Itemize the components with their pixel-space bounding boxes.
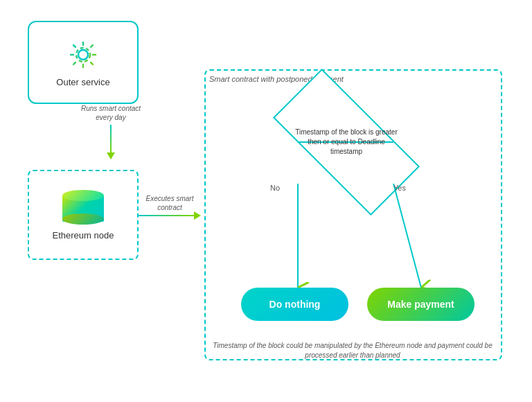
label-yes: Yes	[393, 184, 406, 192]
arrow-yes: Yes	[393, 184, 406, 193]
smart-contract-footer: Timestamp of the block could be manipula…	[209, 341, 496, 360]
executes-label: Executes smart contract	[135, 194, 204, 212]
arrow-line-v-outer	[110, 125, 112, 152]
db-top	[62, 190, 104, 201]
label-no: No	[270, 184, 280, 192]
arrow-line-h	[139, 215, 194, 216]
svg-point-0	[78, 50, 88, 60]
gear-icon	[66, 38, 100, 71]
runs-label: Runs smart contact every day	[80, 104, 142, 122]
arrow-down-outer: Runs smart contact every day	[80, 104, 142, 159]
diagram-container: Outer service Runs smart contact every d…	[0, 0, 532, 402]
db-cylinder	[62, 190, 104, 225]
arrow-head-right	[194, 211, 201, 220]
do-nothing-button[interactable]: Do nothing	[241, 288, 348, 321]
decision-text: Timestamp of the block is greater then o…	[291, 128, 402, 157]
make-payment-button[interactable]: Make payment	[367, 288, 475, 321]
outer-service-box: Outer service	[28, 21, 139, 104]
decision-diamond-container: Timestamp of the block is greater then o…	[263, 101, 429, 184]
arrow-no: No	[270, 184, 280, 193]
outer-service-label: Outer service	[56, 77, 109, 87]
db-bottom-ellipse	[62, 213, 104, 225]
eth-node-label: Ethereum node	[53, 230, 114, 241]
eth-node-box: Ethereum node	[28, 170, 139, 260]
arrow-right-executes	[139, 211, 201, 220]
arrow-head-down-outer	[107, 152, 115, 159]
